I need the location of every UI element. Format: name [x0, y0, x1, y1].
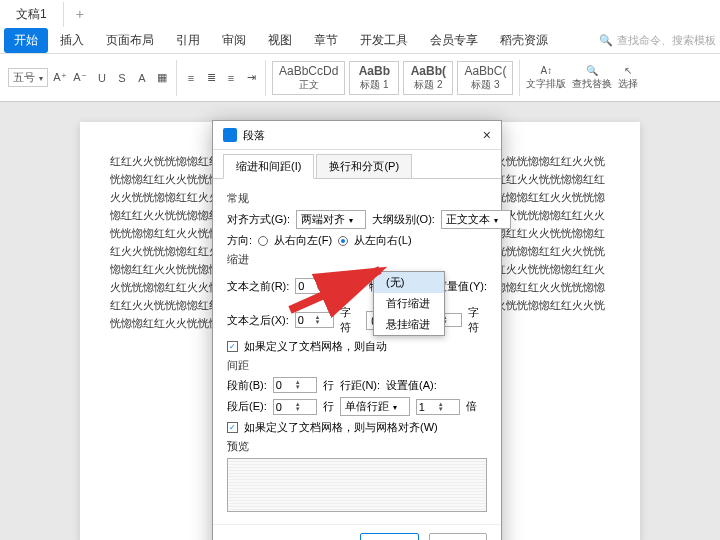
align-select[interactable]: 两端对齐 — [296, 210, 366, 229]
rtl-radio[interactable] — [258, 236, 268, 246]
decrease-font-icon[interactable]: A⁻ — [72, 70, 88, 86]
text-after-input[interactable]: 0▲▼ — [295, 312, 335, 328]
dropdown-opt-hanging[interactable]: 悬挂缩进 — [374, 314, 444, 335]
text-layout-button[interactable]: A↕文字排版 — [526, 65, 566, 91]
document-tab[interactable]: 文稿1 — [0, 2, 64, 27]
style-normal[interactable]: AaBbCcDd正文 — [272, 61, 345, 95]
outline-select[interactable]: 正文文本 — [441, 210, 511, 229]
align-icon[interactable]: ≡ — [223, 70, 239, 86]
space-after-label: 段后(E): — [227, 399, 267, 414]
ribbon-tabs: 开始 插入 页面布局 引用 审阅 视图 章节 开发工具 会员专享 稻壳资源 🔍 … — [0, 28, 720, 54]
strike-icon[interactable]: S — [114, 70, 130, 86]
tab-member[interactable]: 会员专享 — [420, 28, 488, 53]
dropdown-opt-firstline[interactable]: 首行缩进 — [374, 293, 444, 314]
bullet-list-icon[interactable]: ≡ — [183, 70, 199, 86]
tab-chapter[interactable]: 章节 — [304, 28, 348, 53]
tab-line-page[interactable]: 换行和分页(P) — [316, 154, 412, 178]
dialog-title: 段落 — [243, 128, 265, 143]
tab-home[interactable]: 开始 — [4, 28, 48, 53]
indent-label: 缩进 — [227, 252, 487, 267]
underline-icon[interactable]: U — [94, 70, 110, 86]
highlight-icon[interactable]: ▦ — [154, 70, 170, 86]
outline-label: 大纲级别(O): — [372, 212, 435, 227]
new-tab-button[interactable]: + — [64, 2, 96, 26]
font-size-select[interactable]: 五号 — [8, 68, 48, 87]
tab-view[interactable]: 视图 — [258, 28, 302, 53]
text-before-label: 文本之前(R): — [227, 279, 289, 294]
special-format-dropdown: (无) 首行缩进 悬挂缩进 — [373, 271, 445, 336]
paragraph-dialog: 段落 × 缩进和间距(I) 换行和分页(P) 常规 对齐方式(G): 两端对齐 … — [212, 120, 502, 540]
ok-button[interactable]: 确定 — [360, 533, 418, 540]
tab-review[interactable]: 审阅 — [212, 28, 256, 53]
window-titlebar: 文稿1 + — [0, 0, 720, 28]
style-gallery: AaBbCcDd正文 AaBb标题 1 AaBb(标题 2 AaBbC(标题 3 — [272, 61, 513, 95]
cancel-button[interactable]: 取消 — [429, 533, 487, 540]
close-icon[interactable]: × — [483, 127, 491, 143]
setval-label: 设置值(A): — [386, 378, 437, 393]
tab-developer[interactable]: 开发工具 — [350, 28, 418, 53]
find-replace-button[interactable]: 🔍查找替换 — [572, 65, 612, 91]
preview-box — [227, 458, 487, 512]
space-before-input[interactable]: 0▲▼ — [273, 377, 317, 393]
text-layout-icon: A↕ — [541, 65, 553, 76]
search-icon: 🔍 — [586, 65, 598, 76]
command-search[interactable]: 🔍 查找命令、搜索模板 — [599, 33, 716, 48]
spacing-grid-checkbox[interactable]: ✓ — [227, 422, 238, 433]
tab-reference[interactable]: 引用 — [166, 28, 210, 53]
tab-insert[interactable]: 插入 — [50, 28, 94, 53]
ltr-radio[interactable] — [338, 236, 348, 246]
setval-input[interactable]: 1▲▼ — [416, 399, 460, 415]
preview-label: 预览 — [227, 439, 487, 454]
space-after-input[interactable]: 0▲▼ — [273, 399, 317, 415]
indent-grid-checkbox[interactable]: ✓ — [227, 341, 238, 352]
line-spacing-select[interactable]: 单倍行距 — [340, 397, 410, 416]
style-h1[interactable]: AaBb标题 1 — [349, 61, 399, 95]
text-after-label: 文本之后(X): — [227, 313, 289, 328]
indent-icon[interactable]: ⇥ — [243, 70, 259, 86]
increase-font-icon[interactable]: A⁺ — [52, 70, 68, 86]
style-h3[interactable]: AaBbC(标题 3 — [457, 61, 513, 95]
align-label: 对齐方式(G): — [227, 212, 290, 227]
search-icon: 🔍 — [599, 34, 613, 47]
tab-resources[interactable]: 稻壳资源 — [490, 28, 558, 53]
font-color-icon[interactable]: A — [134, 70, 150, 86]
general-label: 常规 — [227, 191, 487, 206]
spacing-label: 间距 — [227, 358, 487, 373]
dialog-icon — [223, 128, 237, 142]
cursor-icon: ↖ — [624, 65, 632, 76]
tab-indent-spacing[interactable]: 缩进和间距(I) — [223, 154, 314, 179]
tab-layout[interactable]: 页面布局 — [96, 28, 164, 53]
number-list-icon[interactable]: ≣ — [203, 70, 219, 86]
text-before-input[interactable]: 0▲▼ — [295, 278, 336, 294]
space-before-label: 段前(B): — [227, 378, 267, 393]
select-button[interactable]: ↖选择 — [618, 65, 638, 91]
dropdown-opt-none[interactable]: (无) — [374, 272, 444, 293]
search-placeholder: 查找命令、搜索模板 — [617, 33, 716, 48]
ribbon-toolbar: 五号 A⁺ A⁻ U S A ▦ ≡ ≣ ≡ ⇥ AaBbCcDd正文 AaBb… — [0, 54, 720, 102]
style-h2[interactable]: AaBb(标题 2 — [403, 61, 453, 95]
line-spacing-label: 行距(N): — [340, 378, 380, 393]
direction-label: 方向: — [227, 233, 252, 248]
